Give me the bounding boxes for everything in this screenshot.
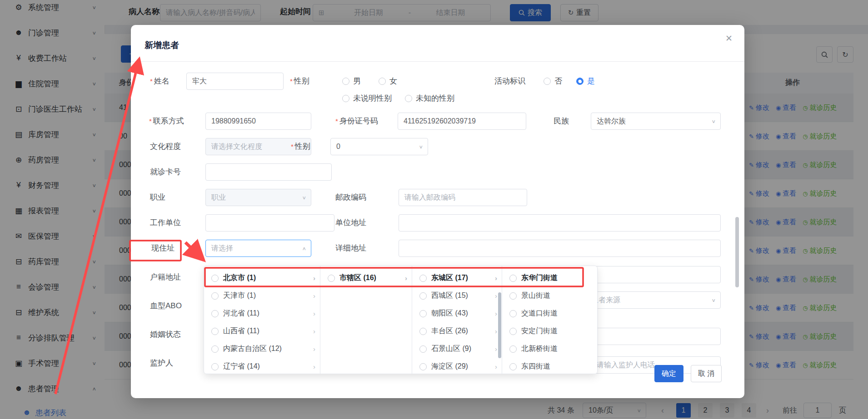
chevron-right-icon: › <box>313 363 315 370</box>
cascader-option[interactable]: 朝阳区 (43) › <box>412 305 502 322</box>
detail-address-input[interactable] <box>399 240 720 256</box>
gender-male-radio[interactable]: 男 <box>342 76 361 87</box>
radio-icon <box>211 345 219 353</box>
radio-icon <box>509 345 517 353</box>
radio-icon <box>211 310 219 317</box>
radio-icon <box>419 275 427 282</box>
chevron-right-icon: › <box>495 292 497 300</box>
cascader-option[interactable]: 河北省 (11) › <box>204 305 320 322</box>
card-no-label: 就诊卡号 <box>150 163 181 181</box>
radio-icon <box>419 292 427 300</box>
unit-address-input[interactable] <box>399 215 720 231</box>
radio-icon <box>509 363 517 370</box>
id-card-input-wrap <box>398 113 526 130</box>
cascader-option[interactable]: 辽宁省 (14) › <box>204 358 320 375</box>
card-no-input-wrap <box>205 163 332 181</box>
radio-icon <box>419 345 427 353</box>
cascader-option[interactable]: 北新桥街道 <box>502 340 597 358</box>
gender-label: *性别 <box>290 73 309 90</box>
active-flag-no-radio[interactable]: 否 <box>544 76 562 87</box>
nation-label: 民族 <box>554 113 569 130</box>
radio-icon <box>211 275 219 282</box>
cascader-option[interactable]: 海淀区 (29) › <box>412 358 502 375</box>
radio-icon <box>328 275 335 282</box>
occupation-label: 职业 <box>150 189 165 206</box>
cascader-option[interactable]: 东华门街道 <box>502 269 597 287</box>
radio-icon <box>544 78 551 85</box>
nation-select[interactable]: 达斡尔族∨ <box>591 113 721 130</box>
education-label: 文化程度 <box>150 138 181 155</box>
active-flag-label: 活动标识 <box>494 73 525 90</box>
cancel-button[interactable]: 取 消 <box>691 365 722 382</box>
work-unit-input-wrap <box>205 214 334 232</box>
cascader-district-column: 东城区 (17) › 西城区 (15) › 朝阳区 (43) › <box>412 266 502 374</box>
cascader-option[interactable]: 丰台区 (26) › <box>412 322 502 340</box>
cascader-option[interactable]: 北京市 (1) › <box>204 269 320 287</box>
radio-icon <box>419 310 427 317</box>
cascader-province-column: 北京市 (1) › 天津市 (1) › 河北省 (11) › <box>204 266 320 374</box>
cascader-option[interactable]: 市辖区 (16) › <box>320 269 412 287</box>
cascader-option[interactable]: 天津市 (1) › <box>204 287 320 305</box>
gender-unknown-radio[interactable]: 未知的性别 <box>405 93 454 104</box>
card-no-input[interactable] <box>206 164 331 180</box>
radio-icon <box>419 328 427 335</box>
chevron-right-icon: › <box>495 327 497 335</box>
postcode-input[interactable] <box>399 189 527 206</box>
cascader-option[interactable]: 东四街道 <box>502 358 597 375</box>
radio-icon <box>211 363 219 370</box>
radio-icon <box>509 328 517 335</box>
modal-scrollbar[interactable] <box>735 217 739 287</box>
current-address-cascader[interactable]: 请选择∧ <box>205 240 311 257</box>
unit-address-input-wrap <box>399 214 721 232</box>
chevron-right-icon: › <box>405 274 407 282</box>
cascader-option[interactable]: 交道口街道 <box>502 305 597 322</box>
cascader-city-column: 市辖区 (16) › <box>320 266 412 374</box>
radio-icon <box>509 292 517 300</box>
chevron-right-icon: › <box>495 310 497 317</box>
postcode-label: 邮政编码 <box>335 189 366 206</box>
contact-input[interactable] <box>206 113 311 129</box>
radio-icon <box>211 328 219 335</box>
cascader-option[interactable]: 安定门街道 <box>502 322 597 340</box>
radio-icon <box>509 310 517 317</box>
close-icon[interactable]: ✕ <box>725 33 733 44</box>
work-unit-label: 工作单位 <box>150 214 181 232</box>
cascader-option[interactable]: 山西省 (11) › <box>204 322 320 340</box>
gender-code-label: *性别 <box>291 138 310 155</box>
gender-code-select[interactable]: 0∨ <box>330 138 428 155</box>
app-root: ⚙ 系统管理 ∨ ☻ 门诊管理 ∨ ¥ 收费工作站 ∨ ▆ <box>0 0 868 419</box>
detail-address-input-wrap <box>399 240 721 257</box>
occupation-select[interactable]: 职业∨ <box>205 189 311 206</box>
work-unit-input[interactable] <box>206 215 334 231</box>
active-flag-yes-radio[interactable]: 是 <box>576 76 595 87</box>
blood-type-label: 血型ABO <box>150 297 182 315</box>
cascader-option[interactable]: 内蒙古自治区 (12) › <box>204 340 320 358</box>
chevron-down-icon: ∨ <box>302 195 306 200</box>
radio-icon <box>509 275 517 282</box>
radio-checked-icon <box>576 78 584 85</box>
gender-female-radio[interactable]: 女 <box>379 76 397 87</box>
radio-icon <box>342 78 349 85</box>
add-patient-dialog: 新增患者 ✕ *姓名 *性别 男 女 活动标识 否 是 未说明性别 未知的性别 … <box>131 25 744 398</box>
cascader-option[interactable]: 西城区 (15) › <box>412 287 502 305</box>
cascader-option[interactable]: 石景山区 (9) › <box>412 340 502 358</box>
cascader-street-column: 东华门街道 景山街道 交道口街道 安定门街道 <box>502 266 597 374</box>
cascader-option[interactable]: 景山街道 <box>502 287 597 305</box>
chevron-right-icon: › <box>495 345 497 353</box>
contact-label: *联系方式 <box>149 113 184 130</box>
contact-input-wrap <box>205 113 311 130</box>
name-input[interactable] <box>187 73 283 89</box>
current-address-label: 现住址 <box>151 240 175 257</box>
name-label: *姓名 <box>150 73 170 90</box>
id-card-input[interactable] <box>398 113 526 129</box>
marital-status-label: 婚姻状态 <box>150 326 181 343</box>
id-card-label: *身份证号码 <box>335 113 378 130</box>
postcode-input-wrap <box>399 189 527 206</box>
cascader-option[interactable]: 东城区 (17) › <box>412 269 502 287</box>
chevron-down-icon: ∨ <box>419 144 423 149</box>
chevron-right-icon: › <box>313 345 315 353</box>
confirm-button[interactable]: 确定 <box>654 365 683 382</box>
gender-unstated-radio[interactable]: 未说明性别 <box>342 93 392 104</box>
chevron-right-icon: › <box>313 310 315 317</box>
chevron-right-icon: › <box>495 274 497 282</box>
